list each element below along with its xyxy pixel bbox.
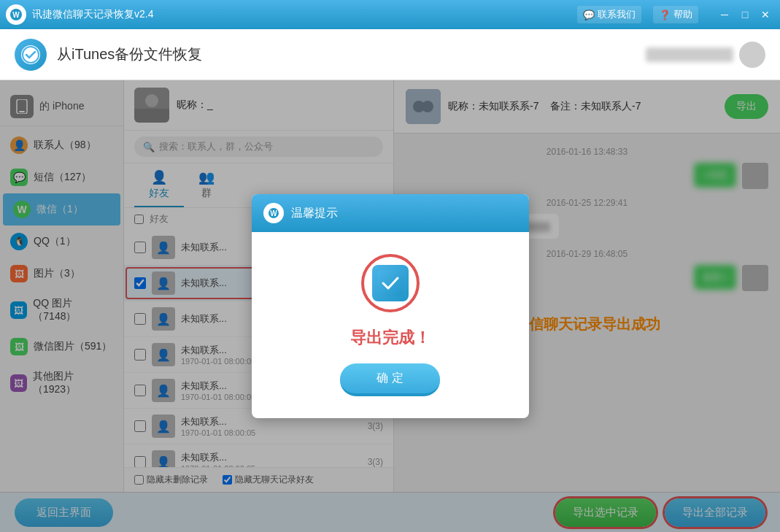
app-logo: W	[6, 4, 26, 25]
svg-point-2	[21, 45, 40, 64]
window-controls: ─ □ ✕	[716, 6, 774, 23]
svg-text:W: W	[12, 11, 20, 19]
check-icon	[372, 265, 409, 301]
svg-text:W: W	[270, 209, 277, 217]
maximize-btn[interactable]: □	[736, 6, 754, 23]
modal-success-icon	[361, 254, 420, 312]
chat-icon: 💬	[583, 9, 595, 20]
user-area	[646, 42, 765, 68]
modal-body: 导出完成！ 确 定	[252, 232, 529, 418]
title-bar-right: 💬 联系我们 ❓ 帮助 ─ □ ✕	[577, 6, 774, 23]
minimize-btn[interactable]: ─	[716, 6, 733, 23]
svg-rect-8	[377, 270, 403, 296]
modal-ok-button[interactable]: 确 定	[340, 363, 439, 396]
user-name-blur	[646, 47, 733, 62]
close-btn[interactable]: ✕	[757, 6, 774, 23]
title-bar: W 讯捷微信聊天记录恢复v2.4 💬 联系我们 ❓ 帮助 ─ □ ✕	[0, 0, 780, 29]
header-title: 从iTunes备份文件恢复	[57, 45, 646, 64]
help-icon: ❓	[659, 9, 671, 20]
modal-overlay: W 温馨提示	[0, 80, 780, 532]
modal-title: 温馨提示	[291, 206, 338, 221]
modal-logo: W	[263, 203, 284, 223]
modal-header: W 温馨提示	[252, 194, 529, 232]
help-btn[interactable]: ❓ 帮助	[653, 6, 698, 23]
app-title: 讯捷微信聊天记录恢复v2.4	[32, 8, 577, 21]
modal-success-text: 导出完成！	[350, 327, 430, 349]
header-logo	[15, 39, 47, 71]
modal-dialog: W 温馨提示	[252, 194, 529, 418]
user-avatar	[739, 42, 765, 68]
contact-us-btn[interactable]: 💬 联系我们	[577, 6, 641, 23]
sub-header: 从iTunes备份文件恢复	[0, 29, 780, 80]
